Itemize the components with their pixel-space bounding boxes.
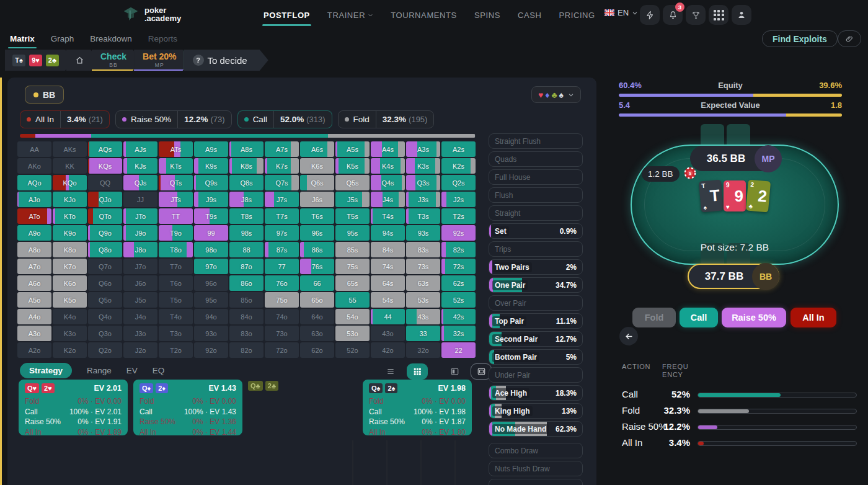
matrix-cell-97o[interactable]: 97o <box>194 259 228 274</box>
matrix-cell-T5o[interactable]: T5o <box>159 292 193 308</box>
matrix-cell-98s[interactable]: 98s <box>229 225 264 241</box>
matrix-cell-K2s[interactable]: K2s <box>441 158 476 174</box>
matrix-cell-A4s[interactable]: A4s <box>371 141 405 157</box>
matrix-cell-K8o[interactable]: K8o <box>53 242 87 257</box>
matrix-cell-AJs[interactable]: AJs <box>123 141 157 157</box>
matrix-cell-JTo[interactable]: JTo <box>123 208 157 224</box>
profile-button[interactable] <box>732 5 751 25</box>
matrix-cell-J6o[interactable]: J6o <box>123 275 157 291</box>
matrix-cell-Q5o[interactable]: Q5o <box>88 292 122 308</box>
matrix-cell-QJs[interactable]: QJs <box>123 175 157 190</box>
category-bottom-pair[interactable]: Bottom Pair5% <box>489 349 583 365</box>
matrix-cell-96s[interactable]: 96s <box>300 225 334 241</box>
matrix-cell-A8s[interactable]: A8s <box>229 141 264 157</box>
matrix-cell-J3s[interactable]: J3s <box>406 192 440 207</box>
matrix-cell-Q6s[interactable]: Q6s <box>300 175 334 190</box>
matrix-cell-J4s[interactable]: J4s <box>371 192 405 207</box>
matrix-cell-T2o[interactable]: T2o <box>159 342 193 358</box>
notifications-button[interactable]: 3 <box>663 5 683 25</box>
share-link-button[interactable] <box>838 30 861 47</box>
matrix-cell-K7o[interactable]: K7o <box>53 259 87 274</box>
category-combo-draw[interactable]: Combo Draw <box>489 443 583 458</box>
nav-item-cash[interactable]: CASH <box>518 7 542 24</box>
matrix-cell-87o[interactable]: 87o <box>229 259 264 274</box>
matrix-cell-97s[interactable]: 97s <box>265 225 299 241</box>
matrix-cell-QTs[interactable]: QTs <box>159 175 193 190</box>
action-button-raise-50-[interactable]: Raise 50% <box>722 308 786 327</box>
matrix-cell-77[interactable]: 77 <box>265 259 299 274</box>
matrix-cell-53s[interactable]: 53s <box>406 292 440 308</box>
matrix-cell-K2o[interactable]: K2o <box>53 342 87 358</box>
quick-actions-button[interactable] <box>640 5 660 25</box>
matrix-cell-QQ[interactable]: QQ <box>88 175 122 190</box>
breadcrumb-to-decide[interactable]: ?To decide <box>184 50 268 71</box>
breadcrumb-step-2[interactable]: Bet 20%MP <box>134 50 191 71</box>
matrix-cell-K4o[interactable]: K4o <box>53 309 87 324</box>
matrix-cell-86o[interactable]: 86o <box>229 275 264 291</box>
matrix-cell-Q2o[interactable]: Q2o <box>88 342 122 358</box>
app-logo[interactable]: poker .academy <box>122 5 181 24</box>
matrix-cell-32o[interactable]: 32o <box>406 342 440 358</box>
category-second-pair[interactable]: Second Pair12.7% <box>489 331 583 347</box>
matrix-cell-42s[interactable]: 42s <box>441 309 476 324</box>
matrix-cell-83s[interactable]: 83s <box>406 242 440 257</box>
breadcrumb-board[interactable]: T♠9♥2♣ <box>5 50 74 71</box>
matrix-cell-52o[interactable]: 52o <box>335 342 370 358</box>
matrix-cell-K5o[interactable]: K5o <box>53 292 87 308</box>
matrix-cell-65s[interactable]: 65s <box>335 275 370 291</box>
matrix-cell-KTo[interactable]: KTo <box>53 208 87 224</box>
category-two-pairs[interactable]: Two Pairs2% <box>489 259 583 275</box>
matrix-cell-43s[interactable]: 43s <box>406 309 440 324</box>
matrix-cell-J2o[interactable]: J2o <box>123 342 157 358</box>
matrix-cell-A6o[interactable]: A6o <box>17 275 51 291</box>
matrix-cell-83o[interactable]: 83o <box>229 326 264 341</box>
matrix-cell-KJo[interactable]: KJo <box>53 192 87 207</box>
matrix-cell-85o[interactable]: 85o <box>229 292 264 308</box>
matrix-cell-A5s[interactable]: A5s <box>335 141 370 157</box>
matrix-cell-73o[interactable]: 73o <box>265 326 299 341</box>
matrix-cell-92s[interactable]: 92s <box>441 225 476 241</box>
matrix-cell-QJo[interactable]: QJo <box>88 192 122 207</box>
matrix-cell-44[interactable]: 44 <box>371 309 405 324</box>
matrix-cell-A3s[interactable]: A3s <box>406 141 440 157</box>
category-king-high[interactable]: King High13% <box>489 403 583 419</box>
tab-matrix[interactable]: Matrix <box>10 34 35 48</box>
stat-chip-fold[interactable]: Fold32.3%(195) <box>338 110 435 128</box>
matrix-cell-43o[interactable]: 43o <box>371 326 405 341</box>
matrix-cell-62s[interactable]: 62s <box>441 275 476 291</box>
matrix-cell-72s[interactable]: 72s <box>441 259 476 274</box>
grid-view-button[interactable] <box>407 363 428 380</box>
matrix-cell-J5s[interactable]: J5s <box>335 192 370 207</box>
matrix-cell-A7o[interactable]: A7o <box>17 259 51 274</box>
matrix-cell-88[interactable]: 88 <box>229 242 264 257</box>
matrix-cell-KK[interactable]: KK <box>53 158 87 174</box>
matrix-cell-J2s[interactable]: J2s <box>441 192 476 207</box>
matrix-cell-A8o[interactable]: A8o <box>17 242 51 257</box>
matrix-cell-Q5s[interactable]: Q5s <box>335 175 370 190</box>
stat-chip-all-in[interactable]: All In3.4%(21) <box>20 110 110 128</box>
category-straight[interactable]: Straight <box>489 205 583 221</box>
category-straight-flush[interactable]: Straight Flush <box>489 133 583 149</box>
matrix-cell-Q8o[interactable]: Q8o <box>88 242 122 257</box>
mode-tab-eq[interactable]: EQ <box>153 366 165 375</box>
action-button-all-in[interactable]: All In <box>790 308 836 327</box>
matrix-cell-A7s[interactable]: A7s <box>265 141 299 157</box>
matrix-cell-T2s[interactable]: T2s <box>441 208 476 224</box>
matrix-cell-QTo[interactable]: QTo <box>88 208 122 224</box>
matrix-cell-Q6o[interactable]: Q6o <box>88 275 122 291</box>
nav-item-tournaments[interactable]: TOURNAMENTS <box>391 7 457 24</box>
matrix-cell-JJ[interactable]: JJ <box>123 192 157 207</box>
matrix-cell-85s[interactable]: 85s <box>335 242 370 257</box>
language-selector[interactable]: EN <box>604 8 638 17</box>
matrix-cell-A5o[interactable]: A5o <box>17 292 51 308</box>
matrix-cell-A2o[interactable]: A2o <box>17 342 51 358</box>
matrix-cell-AA[interactable]: AA <box>17 141 51 157</box>
matrix-cell-K4s[interactable]: K4s <box>371 158 405 174</box>
matrix-cell-55[interactable]: 55 <box>335 292 370 308</box>
mode-tab-ev[interactable]: EV <box>126 366 138 375</box>
matrix-cell-T9s[interactable]: T9s <box>194 208 228 224</box>
matrix-cell-T7o[interactable]: T7o <box>159 259 193 274</box>
mode-tab-strategy[interactable]: Strategy <box>20 363 72 378</box>
stat-chip-raise-50-[interactable]: Raise 50%12.2%(73) <box>115 110 232 128</box>
combo-card[interactable]: Q♦2♦EV 1.43Fold0% · EV 0.00Call100% · EV… <box>133 380 242 435</box>
